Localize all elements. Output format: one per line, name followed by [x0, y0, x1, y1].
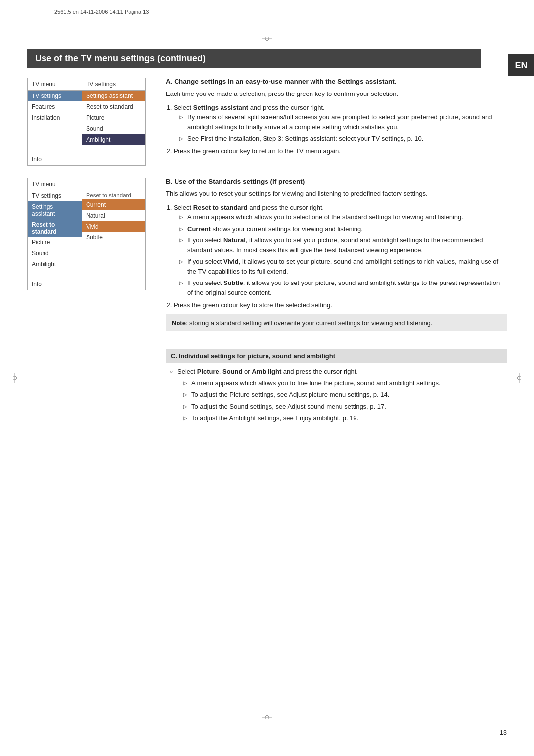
section-a-content: A. Change settings in an easy-to-use man… — [166, 78, 507, 166]
menu-b-right-item-0[interactable]: Current — [82, 199, 145, 210]
menu-b-footer: Info — [28, 278, 145, 290]
section-a-step-1-bullets: By means of several split screens/full s… — [187, 112, 507, 143]
menu-b-left-item-3[interactable]: Picture — [28, 237, 82, 248]
menu-b-right-header: Reset to standard — [82, 190, 145, 199]
menu-a-right-item-1[interactable]: Reset to standard — [82, 101, 145, 112]
section-b-bullet-3: If you select Natural, it allows you to … — [187, 236, 507, 255]
menu-b-right: Reset to standard Current Natural Vivid … — [82, 190, 145, 276]
header-meta: 2561.5 en 14-11-2006 14:11 Pagina 13 — [54, 9, 149, 15]
menu-b-rows: TV settings Settings assistant Reset to … — [28, 190, 145, 276]
menu-a-left-item-0[interactable]: TV settings — [28, 91, 82, 101]
menu-b-left-item-5[interactable]: Ambilight — [28, 259, 82, 270]
section-b-step-1: Select Reset to standard and press the c… — [174, 203, 507, 298]
menu-b-right-item-3[interactable]: Subtle — [82, 232, 145, 243]
menu-b-header: TV menu — [28, 178, 145, 190]
menu-a-right-item-0[interactable]: Settings assistant — [82, 91, 145, 101]
section-a-intro: Each time you've made a selection, press… — [166, 89, 507, 99]
menu-a-right: Settings assistant Reset to standard Pic… — [82, 91, 145, 151]
menu-b-left-item-1[interactable]: Settings assistant — [28, 201, 82, 219]
section-c-sub-1: A menu appears which allows you to fine … — [191, 378, 507, 388]
menu-a-header-left: TV menu — [28, 78, 82, 90]
section-a-step-1: Select Settings assistant and press the … — [174, 103, 507, 143]
menu-b: TV menu TV settings Settings assistant R… — [27, 178, 146, 290]
section-c-bullet-0: Select Picture, Sound or Ambilight and p… — [178, 367, 507, 423]
section-b-bullet-5: If you select Subtle, it allows you to s… — [187, 278, 507, 297]
section-a-bullet-1: By means of several split screens/full s… — [187, 112, 507, 132]
menu-a-header: TV menu TV settings — [28, 78, 145, 91]
menu-a-right-item-4[interactable]: Ambilight — [82, 134, 145, 145]
section-c-sub-4: To adjust the Ambilight settings, see En… — [191, 413, 507, 423]
menu-a-right-item-3[interactable]: Sound — [82, 123, 145, 134]
section-c-sub-2: To adjust the Picture settings, see Adju… — [191, 390, 507, 400]
menu-a-right-item-2[interactable]: Picture — [82, 112, 145, 123]
menu-b-right-item-2[interactable]: Vivid — [82, 221, 145, 232]
page-title: Use of the TV menu settings (continued) — [27, 49, 481, 68]
section-b-content: B. Use of the Standards settings (if pre… — [166, 178, 507, 337]
menu-b-left: TV settings Settings assistant Reset to … — [28, 190, 82, 276]
menu-b-left-item-0[interactable]: TV settings — [28, 190, 82, 201]
menu-a-left-item-2[interactable]: Installation — [28, 112, 82, 123]
section-c-heading: C. Individual settings for picture, soun… — [166, 349, 507, 363]
en-badge: EN — [508, 54, 534, 76]
menu-b-right-item-1[interactable]: Natural — [82, 210, 145, 221]
section-a-step-2: Press the green colour key to return to … — [174, 146, 507, 156]
section-c-content: C. Individual settings for picture, soun… — [166, 349, 507, 426]
menu-b-left-item-2[interactable]: Reset to standard — [28, 219, 82, 237]
section-c-sub-3: To adjust the Sound settings, see Adjust… — [191, 402, 507, 412]
crosshair-top — [262, 34, 272, 44]
menu-a-rows: TV settings Features Installation Settin… — [28, 91, 145, 151]
menu-a-footer: Info — [28, 153, 145, 165]
section-a-heading: A. Change settings in an easy-to-use man… — [166, 78, 507, 85]
section-b-bullet-4: If you select Vivid, it allows you to se… — [187, 257, 507, 276]
section-b-row: TV menu TV settings Settings assistant R… — [27, 178, 507, 337]
menu-a: TV menu TV settings TV settings Features… — [27, 78, 146, 166]
page-number: 13 — [500, 729, 507, 736]
section-b-steps: Select Reset to standard and press the c… — [174, 203, 507, 310]
section-c-row: C. Individual settings for picture, soun… — [27, 349, 507, 426]
menu-b-left-item-4[interactable]: Sound — [28, 248, 82, 259]
menu-b-header-left: TV menu — [28, 178, 82, 190]
section-b-note: Note: storing a standard setting will ov… — [166, 314, 507, 332]
section-a-bullet-2: See First time installation, Step 3: Set… — [187, 134, 507, 143]
menu-a-header-right: TV settings — [82, 78, 145, 90]
menu-a-left-item-1[interactable]: Features — [28, 101, 82, 112]
menu-a-container: TV menu TV settings TV settings Features… — [27, 78, 156, 166]
crosshair-bottom — [262, 712, 272, 722]
section-c-sub-bullets: A menu appears which allows you to fine … — [191, 378, 507, 423]
section-b-intro: This allows you to reset your settings f… — [166, 189, 507, 199]
crosshair-right — [514, 373, 524, 383]
menu-a-left: TV settings Features Installation — [28, 91, 82, 151]
section-a-row: TV menu TV settings TV settings Features… — [27, 78, 507, 166]
section-c-bullets: Select Picture, Sound or Ambilight and p… — [178, 367, 507, 423]
section-b-bullet-1: A menu appears which allows you to selec… — [187, 212, 507, 222]
menu-b-header-right — [82, 178, 145, 190]
crosshair-left — [10, 373, 20, 383]
section-b-bullets: A menu appears which allows you to selec… — [187, 212, 507, 297]
main-content: Use of the TV menu settings (continued) … — [27, 49, 507, 438]
section-b-heading: B. Use of the Standards settings (if pre… — [166, 178, 507, 185]
section-b-bullet-2: Current shows your current settings for … — [187, 224, 507, 234]
menu-b-container: TV menu TV settings Settings assistant R… — [27, 178, 156, 337]
section-c-left-placeholder — [27, 349, 156, 426]
section-a-steps: Select Settings assistant and press the … — [174, 103, 507, 156]
section-b-step-2: Press the green colour key to store the … — [174, 300, 507, 310]
